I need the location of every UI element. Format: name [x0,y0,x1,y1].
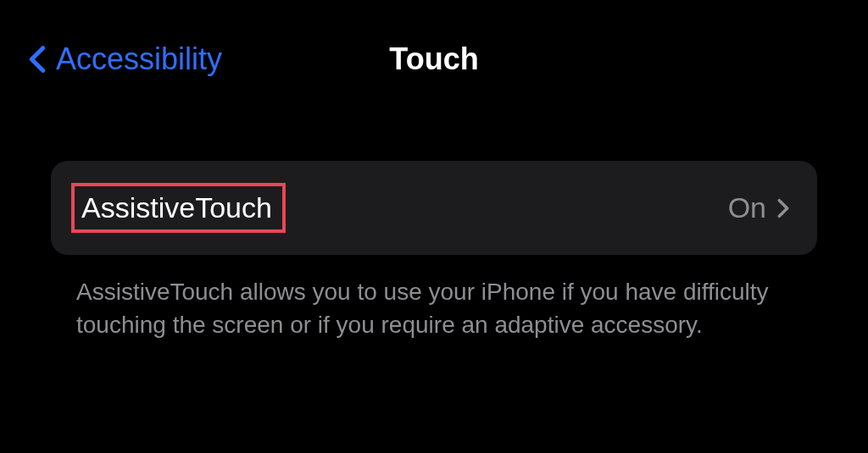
page-title: Touch [389,41,478,77]
row-value: On [728,191,766,224]
back-label: Accessibility [56,41,222,77]
back-button[interactable]: Accessibility [25,41,222,77]
row-label: AssistiveTouch [81,191,272,224]
nav-header: Accessibility Touch [0,0,868,85]
section-footer-text: AssistiveTouch allows you to use your iP… [76,275,788,341]
highlight-box: AssistiveTouch [71,183,286,233]
chevron-right-icon [776,197,790,219]
assistivetouch-row[interactable]: AssistiveTouch On [51,161,817,255]
row-trailing: On [728,191,790,224]
chevron-left-icon [25,42,49,76]
settings-section: AssistiveTouch On [51,161,817,255]
